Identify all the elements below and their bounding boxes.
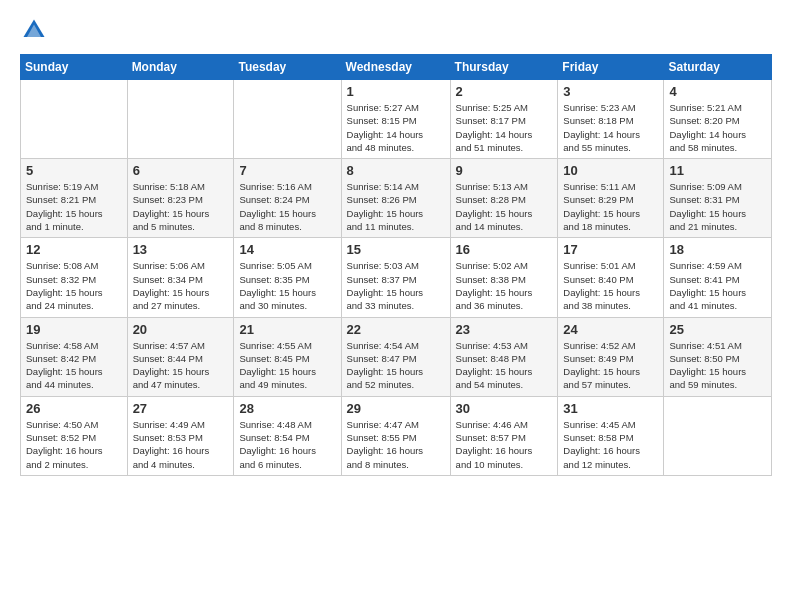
day-number: 28 xyxy=(239,401,335,416)
day-number: 26 xyxy=(26,401,122,416)
calendar-week-row: 12Sunrise: 5:08 AMSunset: 8:32 PMDayligh… xyxy=(21,238,772,317)
calendar-cell: 23Sunrise: 4:53 AMSunset: 8:48 PMDayligh… xyxy=(450,317,558,396)
day-of-week-header: Thursday xyxy=(450,55,558,80)
calendar-cell: 28Sunrise: 4:48 AMSunset: 8:54 PMDayligh… xyxy=(234,396,341,475)
calendar-cell: 20Sunrise: 4:57 AMSunset: 8:44 PMDayligh… xyxy=(127,317,234,396)
logo-icon xyxy=(20,16,48,44)
calendar-week-row: 26Sunrise: 4:50 AMSunset: 8:52 PMDayligh… xyxy=(21,396,772,475)
calendar-cell: 5Sunrise: 5:19 AMSunset: 8:21 PMDaylight… xyxy=(21,159,128,238)
day-info: Sunrise: 4:45 AMSunset: 8:58 PMDaylight:… xyxy=(563,418,658,471)
calendar-cell: 16Sunrise: 5:02 AMSunset: 8:38 PMDayligh… xyxy=(450,238,558,317)
calendar-cell: 22Sunrise: 4:54 AMSunset: 8:47 PMDayligh… xyxy=(341,317,450,396)
day-of-week-header: Saturday xyxy=(664,55,772,80)
day-number: 13 xyxy=(133,242,229,257)
day-number: 17 xyxy=(563,242,658,257)
day-number: 3 xyxy=(563,84,658,99)
day-info: Sunrise: 5:02 AMSunset: 8:38 PMDaylight:… xyxy=(456,259,553,312)
calendar-cell: 25Sunrise: 4:51 AMSunset: 8:50 PMDayligh… xyxy=(664,317,772,396)
day-number: 21 xyxy=(239,322,335,337)
day-number: 27 xyxy=(133,401,229,416)
day-info: Sunrise: 5:16 AMSunset: 8:24 PMDaylight:… xyxy=(239,180,335,233)
day-info: Sunrise: 4:58 AMSunset: 8:42 PMDaylight:… xyxy=(26,339,122,392)
day-number: 22 xyxy=(347,322,445,337)
day-info: Sunrise: 5:06 AMSunset: 8:34 PMDaylight:… xyxy=(133,259,229,312)
day-number: 12 xyxy=(26,242,122,257)
day-number: 8 xyxy=(347,163,445,178)
calendar-cell: 29Sunrise: 4:47 AMSunset: 8:55 PMDayligh… xyxy=(341,396,450,475)
day-info: Sunrise: 5:01 AMSunset: 8:40 PMDaylight:… xyxy=(563,259,658,312)
day-info: Sunrise: 4:53 AMSunset: 8:48 PMDaylight:… xyxy=(456,339,553,392)
calendar-week-row: 5Sunrise: 5:19 AMSunset: 8:21 PMDaylight… xyxy=(21,159,772,238)
day-number: 30 xyxy=(456,401,553,416)
day-info: Sunrise: 4:46 AMSunset: 8:57 PMDaylight:… xyxy=(456,418,553,471)
calendar-cell: 15Sunrise: 5:03 AMSunset: 8:37 PMDayligh… xyxy=(341,238,450,317)
day-info: Sunrise: 4:50 AMSunset: 8:52 PMDaylight:… xyxy=(26,418,122,471)
calendar-cell: 24Sunrise: 4:52 AMSunset: 8:49 PMDayligh… xyxy=(558,317,664,396)
day-info: Sunrise: 5:21 AMSunset: 8:20 PMDaylight:… xyxy=(669,101,766,154)
calendar-cell: 11Sunrise: 5:09 AMSunset: 8:31 PMDayligh… xyxy=(664,159,772,238)
calendar-cell: 1Sunrise: 5:27 AMSunset: 8:15 PMDaylight… xyxy=(341,80,450,159)
calendar-cell: 19Sunrise: 4:58 AMSunset: 8:42 PMDayligh… xyxy=(21,317,128,396)
day-info: Sunrise: 5:11 AMSunset: 8:29 PMDaylight:… xyxy=(563,180,658,233)
day-info: Sunrise: 5:03 AMSunset: 8:37 PMDaylight:… xyxy=(347,259,445,312)
day-number: 6 xyxy=(133,163,229,178)
page: SundayMondayTuesdayWednesdayThursdayFrid… xyxy=(0,0,792,486)
day-number: 31 xyxy=(563,401,658,416)
day-number: 19 xyxy=(26,322,122,337)
day-number: 7 xyxy=(239,163,335,178)
day-number: 9 xyxy=(456,163,553,178)
day-info: Sunrise: 5:25 AMSunset: 8:17 PMDaylight:… xyxy=(456,101,553,154)
day-number: 2 xyxy=(456,84,553,99)
header xyxy=(20,16,772,44)
calendar-cell xyxy=(234,80,341,159)
day-of-week-header: Wednesday xyxy=(341,55,450,80)
day-of-week-header: Friday xyxy=(558,55,664,80)
day-number: 5 xyxy=(26,163,122,178)
day-number: 15 xyxy=(347,242,445,257)
calendar-cell: 31Sunrise: 4:45 AMSunset: 8:58 PMDayligh… xyxy=(558,396,664,475)
day-number: 24 xyxy=(563,322,658,337)
day-number: 16 xyxy=(456,242,553,257)
calendar-cell: 26Sunrise: 4:50 AMSunset: 8:52 PMDayligh… xyxy=(21,396,128,475)
calendar-cell: 9Sunrise: 5:13 AMSunset: 8:28 PMDaylight… xyxy=(450,159,558,238)
day-info: Sunrise: 4:59 AMSunset: 8:41 PMDaylight:… xyxy=(669,259,766,312)
day-info: Sunrise: 4:51 AMSunset: 8:50 PMDaylight:… xyxy=(669,339,766,392)
calendar-cell: 6Sunrise: 5:18 AMSunset: 8:23 PMDaylight… xyxy=(127,159,234,238)
calendar-week-row: 19Sunrise: 4:58 AMSunset: 8:42 PMDayligh… xyxy=(21,317,772,396)
calendar-cell: 17Sunrise: 5:01 AMSunset: 8:40 PMDayligh… xyxy=(558,238,664,317)
calendar-cell xyxy=(21,80,128,159)
day-of-week-header: Sunday xyxy=(21,55,128,80)
day-info: Sunrise: 5:09 AMSunset: 8:31 PMDaylight:… xyxy=(669,180,766,233)
calendar-cell: 4Sunrise: 5:21 AMSunset: 8:20 PMDaylight… xyxy=(664,80,772,159)
calendar-cell: 13Sunrise: 5:06 AMSunset: 8:34 PMDayligh… xyxy=(127,238,234,317)
day-info: Sunrise: 4:54 AMSunset: 8:47 PMDaylight:… xyxy=(347,339,445,392)
calendar-cell: 27Sunrise: 4:49 AMSunset: 8:53 PMDayligh… xyxy=(127,396,234,475)
day-info: Sunrise: 5:08 AMSunset: 8:32 PMDaylight:… xyxy=(26,259,122,312)
calendar-cell xyxy=(664,396,772,475)
day-info: Sunrise: 4:52 AMSunset: 8:49 PMDaylight:… xyxy=(563,339,658,392)
day-number: 11 xyxy=(669,163,766,178)
calendar-week-row: 1Sunrise: 5:27 AMSunset: 8:15 PMDaylight… xyxy=(21,80,772,159)
calendar-cell: 30Sunrise: 4:46 AMSunset: 8:57 PMDayligh… xyxy=(450,396,558,475)
calendar-cell: 8Sunrise: 5:14 AMSunset: 8:26 PMDaylight… xyxy=(341,159,450,238)
calendar-cell: 21Sunrise: 4:55 AMSunset: 8:45 PMDayligh… xyxy=(234,317,341,396)
day-number: 23 xyxy=(456,322,553,337)
calendar-cell: 12Sunrise: 5:08 AMSunset: 8:32 PMDayligh… xyxy=(21,238,128,317)
calendar-cell: 7Sunrise: 5:16 AMSunset: 8:24 PMDaylight… xyxy=(234,159,341,238)
day-info: Sunrise: 5:23 AMSunset: 8:18 PMDaylight:… xyxy=(563,101,658,154)
calendar-cell: 10Sunrise: 5:11 AMSunset: 8:29 PMDayligh… xyxy=(558,159,664,238)
day-number: 1 xyxy=(347,84,445,99)
calendar-cell: 3Sunrise: 5:23 AMSunset: 8:18 PMDaylight… xyxy=(558,80,664,159)
day-info: Sunrise: 4:47 AMSunset: 8:55 PMDaylight:… xyxy=(347,418,445,471)
calendar-cell: 2Sunrise: 5:25 AMSunset: 8:17 PMDaylight… xyxy=(450,80,558,159)
calendar-cell: 14Sunrise: 5:05 AMSunset: 8:35 PMDayligh… xyxy=(234,238,341,317)
day-info: Sunrise: 4:48 AMSunset: 8:54 PMDaylight:… xyxy=(239,418,335,471)
logo xyxy=(20,16,52,44)
day-number: 25 xyxy=(669,322,766,337)
day-number: 14 xyxy=(239,242,335,257)
calendar-cell xyxy=(127,80,234,159)
calendar-table: SundayMondayTuesdayWednesdayThursdayFrid… xyxy=(20,54,772,476)
day-number: 10 xyxy=(563,163,658,178)
day-info: Sunrise: 5:05 AMSunset: 8:35 PMDaylight:… xyxy=(239,259,335,312)
day-info: Sunrise: 4:55 AMSunset: 8:45 PMDaylight:… xyxy=(239,339,335,392)
